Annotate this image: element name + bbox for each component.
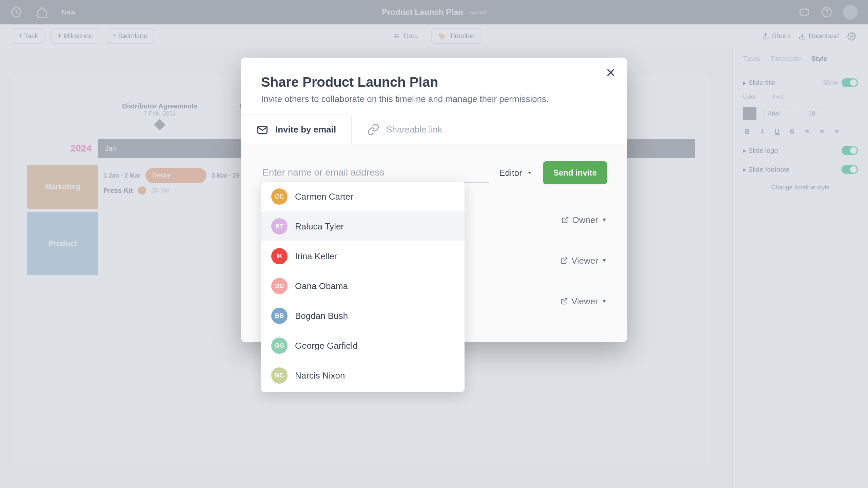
external-link-icon (561, 216, 569, 224)
modal-title: Share Product Launch Plan (261, 75, 607, 90)
role-select[interactable]: Editor (496, 168, 536, 178)
user-name: Narcis Nixon (295, 370, 345, 381)
tab-shareable-link[interactable]: Shareable link (352, 115, 458, 144)
user-avatar: OO (271, 278, 288, 294)
autocomplete-item[interactable]: NCNarcis Nixon (261, 361, 465, 390)
tab-link-label: Shareable link (386, 124, 442, 135)
external-link-icon (560, 257, 568, 264)
user-name: George Garfield (295, 341, 358, 351)
chevron-down-icon (526, 169, 533, 176)
user-name: Raluca Tyler (295, 221, 344, 232)
role-text: Owner (572, 215, 598, 225)
tab-email-label: Invite by email (275, 124, 336, 135)
user-avatar: BB (271, 308, 288, 324)
member-role[interactable]: Viewer ▼ (560, 296, 607, 307)
caret-down-icon: ▼ (601, 298, 607, 304)
user-name: Irina Keller (295, 251, 337, 262)
link-icon (367, 123, 379, 136)
user-avatar: GG (271, 338, 288, 354)
user-avatar: CC (271, 188, 288, 205)
modal-subtitle: Invite others to collaborate on this tim… (261, 94, 607, 104)
autocomplete-item[interactable]: IKIrina Keller (261, 241, 465, 271)
mail-icon (256, 124, 269, 136)
user-name: Oana Obama (295, 281, 348, 291)
close-button[interactable] (606, 68, 615, 77)
caret-down-icon: ▼ (601, 258, 607, 264)
member-role[interactable]: Viewer ▼ (560, 256, 607, 266)
external-link-icon (560, 298, 568, 305)
close-icon (606, 68, 615, 77)
autocomplete-dropdown: CCCarmen CarterRTRaluca TylerIKIrina Kel… (261, 182, 465, 392)
user-avatar: NC (271, 367, 288, 384)
autocomplete-item[interactable]: OOOana Obama (261, 271, 465, 301)
modal-overlay[interactable]: Share Product Launch Plan Invite others … (0, 0, 868, 488)
role-text: Viewer (571, 256, 598, 266)
autocomplete-item[interactable]: RTRaluca Tyler (261, 211, 465, 241)
share-modal: Share Product Launch Plan Invite others … (241, 58, 627, 342)
role-text: Viewer (571, 296, 598, 307)
user-name: Bogdan Bush (295, 311, 348, 321)
member-role[interactable]: Owner ▼ (561, 215, 607, 225)
autocomplete-item[interactable]: CCCarmen Carter (261, 182, 465, 211)
caret-down-icon: ▼ (601, 217, 607, 223)
send-invite-button[interactable]: Send invite (543, 161, 607, 184)
autocomplete-item[interactable]: BBBogdan Bush (261, 301, 465, 331)
tab-invite-email[interactable]: Invite by email (241, 115, 352, 144)
role-label: Editor (499, 168, 522, 178)
user-avatar: RT (271, 218, 288, 235)
user-name: Carmen Carter (295, 191, 353, 202)
user-avatar: IK (271, 248, 288, 264)
autocomplete-item[interactable]: GGGeorge Garfield (261, 331, 465, 361)
invite-input[interactable] (261, 163, 489, 183)
autocomplete-item[interactable]: BSBogdan Stone (261, 390, 465, 392)
